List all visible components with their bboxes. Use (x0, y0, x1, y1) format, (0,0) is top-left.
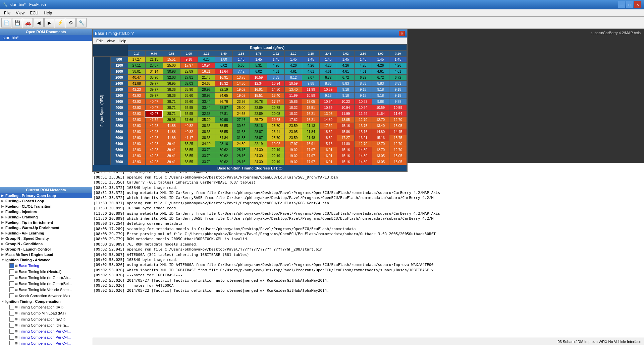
table-cell[interactable]: 17.62 (320, 123, 337, 129)
table-cell[interactable]: 9.18 (355, 87, 372, 93)
tree-timing-comp-min-load[interactable]: ⊞ Timing Comp Min Load (IAT) (0, 310, 92, 316)
table-cell[interactable]: 38.71 (163, 105, 180, 111)
tree-timing-comp-ect[interactable]: ⊞ Timing Compensation (ECT) (0, 316, 92, 322)
table-cell[interactable]: 24.30 (250, 147, 267, 153)
table-cell[interactable]: 28.87 (250, 135, 267, 141)
table-cell[interactable]: 22.19 (267, 159, 285, 165)
tree-ign-compensation[interactable]: ▼ Ignition Timing - Compensation (0, 299, 92, 304)
table-cell[interactable]: 9.18 (337, 93, 355, 99)
table-cell[interactable]: 40.47 (145, 111, 163, 117)
table-cell[interactable]: 41.52 (145, 117, 163, 123)
table-cell[interactable]: 9.88 (372, 99, 389, 105)
table-cell[interactable]: 8.12 (285, 75, 302, 81)
table-cell[interactable]: 28.16 (250, 123, 267, 129)
table-cell[interactable]: 4.26 (198, 57, 215, 63)
table-cell[interactable]: 30.62 (215, 159, 232, 165)
table-cell[interactable]: 39.41 (163, 159, 180, 165)
table-cell[interactable]: 13.05 (372, 159, 389, 165)
table-cell[interactable]: 1.45 (250, 57, 267, 63)
table-cell[interactable]: 42.23 (128, 87, 145, 93)
table-cell[interactable]: 27.81 (180, 75, 198, 81)
table-cell[interactable]: 39.06 (163, 117, 180, 123)
table-cell[interactable]: 14.80 (232, 81, 250, 87)
table-cell[interactable]: 32.03 (180, 81, 198, 87)
table-cell[interactable]: 4.26 (355, 63, 372, 69)
table-cell[interactable]: 40.82 (180, 129, 198, 135)
table-cell[interactable]: 13.40 (267, 93, 285, 99)
checkbox[interactable] (9, 293, 14, 298)
table-cell[interactable]: 24.65 (198, 81, 215, 87)
table-cell[interactable]: 26.41 (267, 129, 285, 135)
table-cell[interactable]: 42.93 (145, 153, 163, 159)
table-cell[interactable]: 16.21 (302, 117, 320, 123)
table-cell[interactable]: 16.91 (215, 75, 232, 81)
table-cell[interactable]: 35.90 (180, 87, 198, 93)
table-cell[interactable]: 38.36 (198, 129, 215, 135)
table-cell[interactable]: 4.61 (267, 69, 285, 75)
table-cell[interactable]: 1.45 (232, 57, 250, 63)
tree-knock-correction[interactable]: ⊞ Knock Correction Advance Max (0, 293, 92, 299)
table-cell[interactable]: 15.86 (285, 99, 302, 105)
tree-fueling-tipin[interactable]: ▶ Fueling - Tip-in Enrichment (0, 220, 92, 225)
checkbox[interactable] (9, 329, 14, 334)
table-cell[interactable]: 24.30 (250, 153, 267, 159)
table-cell[interactable]: 23.59 (285, 135, 302, 141)
table-cell[interactable]: 4.26 (320, 63, 337, 69)
table-cell[interactable]: 15.16 (372, 135, 389, 141)
table-cell[interactable]: 22.19 (250, 141, 267, 147)
table-cell[interactable]: 42.93 (128, 111, 145, 117)
table-cell[interactable]: 21.48 (198, 75, 215, 81)
table-cell[interactable]: 13.75 (232, 75, 250, 81)
tree-base-timing-idle-bel[interactable]: ⊞ Base Timing Idle (In-Gear)(Bel... (0, 281, 92, 287)
table-cell[interactable]: 9.18 (337, 87, 355, 93)
checkbox-base-timing[interactable] (9, 263, 14, 268)
table-cell[interactable]: 20.78 (250, 99, 267, 105)
table-cell[interactable]: 25.00 (163, 63, 180, 69)
dialog-menu-edit[interactable]: Edit (94, 39, 105, 43)
table-cell[interactable]: 18.32 (320, 129, 337, 135)
table-cell[interactable]: 15.86 (337, 129, 355, 135)
table-cell[interactable]: 36.60 (180, 99, 198, 105)
table-cell[interactable]: 39.77 (145, 81, 163, 87)
table-cell[interactable]: 42.93 (128, 105, 145, 111)
table-cell[interactable]: 25.70 (267, 123, 285, 129)
dialog-menu-view[interactable]: View (105, 39, 117, 43)
table-cell[interactable]: 42.93 (128, 117, 145, 123)
tree-timing-comp-cyl-3[interactable]: ⊟ Timing Compensation Per Cyl... (0, 340, 92, 345)
table-cell[interactable]: 17.97 (285, 141, 302, 147)
table-cell[interactable]: 41.17 (180, 135, 198, 141)
table-cell[interactable]: 6.72 (355, 75, 372, 81)
table-cell[interactable]: 18.32 (285, 111, 302, 117)
table-cell[interactable]: 32.03 (163, 75, 180, 81)
table-cell[interactable]: 33.79 (198, 159, 215, 165)
rom-item-start-bin[interactable]: start.bin* (0, 35, 92, 41)
table-cell[interactable]: 35.20 (198, 117, 215, 123)
table-cell[interactable]: 31.68 (232, 129, 250, 135)
table-cell[interactable]: 39.77 (145, 87, 163, 93)
table-cell[interactable]: 40.47 (145, 105, 163, 111)
table-cell[interactable]: 7.07 (302, 75, 320, 81)
table-cell[interactable]: 11.64 (389, 111, 407, 117)
tree-fueling-primary[interactable]: ▶ Fueling - Primary Open Loop (0, 193, 92, 198)
tree-fueling-cranking[interactable]: ▶ Fueling - Cranking (0, 214, 92, 220)
table-cell[interactable]: 38.36 (198, 123, 215, 129)
table-cell[interactable]: 11.99 (337, 111, 355, 117)
table-cell[interactable]: 22.19 (267, 153, 285, 159)
table-cell[interactable]: 27.46 (232, 117, 250, 123)
table-cell[interactable]: 40.47 (128, 75, 145, 81)
minimize-button[interactable]: — (618, 1, 625, 8)
table-cell[interactable]: 17.97 (302, 147, 320, 153)
checkbox[interactable] (9, 335, 14, 340)
table-cell[interactable]: 15.16 (337, 153, 355, 159)
toolbar-forward[interactable]: ▶ (44, 18, 54, 27)
table-cell[interactable]: 10.59 (320, 87, 337, 93)
table-cell[interactable]: 17.27 (337, 135, 355, 141)
table-cell[interactable]: 30.98 (215, 117, 232, 123)
table-cell[interactable]: 25.70 (267, 135, 285, 141)
table-cell[interactable]: 24.65 (232, 111, 250, 117)
table-cell[interactable]: 19.02 (285, 147, 302, 153)
table-cell[interactable]: 28.16 (232, 147, 250, 153)
table-cell[interactable]: 30.62 (215, 147, 232, 153)
table-cell[interactable]: 1.80 (215, 57, 232, 63)
table-cell[interactable]: 22.19 (267, 147, 285, 153)
